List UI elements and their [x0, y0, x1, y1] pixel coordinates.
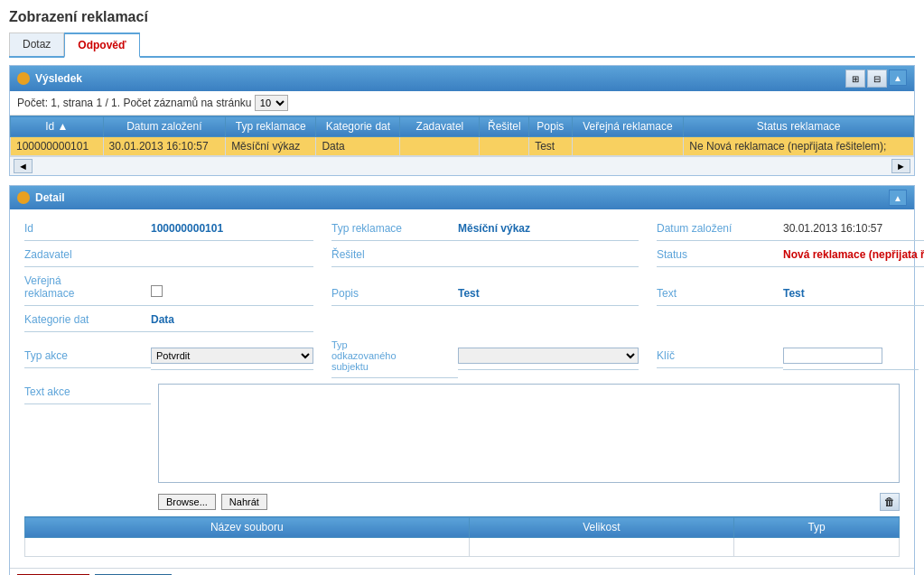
- file-upload-area: Browse... Nahrát 🗑: [24, 493, 900, 511]
- tabs: Dotaz Odpověď: [9, 32, 915, 58]
- verejna-reklamace-label: Veřejnáreklamace: [24, 273, 151, 306]
- klic-input-wrap: [783, 346, 919, 370]
- detail-row-2: Zadavatel Řešitel Status Nová reklamace …: [24, 246, 900, 267]
- col-kategorie[interactable]: Kategorie dat: [316, 116, 400, 137]
- page-size-select[interactable]: 10 20 50: [255, 95, 288, 111]
- verejna-checkbox: [151, 282, 313, 306]
- scroll-left-btn[interactable]: ◄: [14, 159, 33, 173]
- detail-panel: Detail ▲ Id 100000000101 Typ reklamace M…: [9, 185, 915, 575]
- text-akce-row: Text akce: [24, 384, 900, 486]
- table-scroll-area: Id ▲ Datum založení Typ reklamace Katego…: [10, 116, 914, 156]
- browse-button[interactable]: Browse...: [158, 494, 216, 510]
- text-value: Test: [783, 285, 924, 306]
- files-col-type: Typ: [734, 517, 900, 538]
- typ-odkazovaneho-label: Typodkazovanéhosubjektu: [331, 338, 458, 378]
- table-nav: ◄ ►: [10, 156, 914, 175]
- col-typ[interactable]: Typ reklamace: [226, 116, 316, 137]
- detail-row-4: Kategorie dat Data: [24, 311, 900, 332]
- action-bar: Uložit ▶ Storno ▶: [10, 568, 914, 575]
- table-header-row: Id ▲ Datum založení Typ reklamace Katego…: [11, 116, 914, 137]
- tab-dotaz[interactable]: Dotaz: [9, 32, 64, 56]
- export-btn-2[interactable]: ⊟: [867, 70, 887, 88]
- detail-panel-icon: [17, 191, 30, 204]
- cell-datum: 30.01.2013 16:10:57: [103, 137, 226, 156]
- result-collapse-btn[interactable]: ▲: [889, 70, 907, 86]
- result-info-text: Počet: 1, strana 1 / 1. Počet záznamů na…: [17, 97, 251, 109]
- detail-row-1: Id 100000000101 Typ reklamace Měsíční vý…: [24, 220, 900, 241]
- result-panel-title: Výsledek: [35, 72, 82, 85]
- delete-file-btn[interactable]: 🗑: [880, 493, 900, 511]
- export-btn-1[interactable]: ⊞: [845, 70, 865, 88]
- cell-id: 100000000101: [11, 137, 104, 156]
- detail-content: Id 100000000101 Typ reklamace Měsíční vý…: [10, 209, 914, 568]
- kategorie-dat-value: Data: [151, 311, 313, 332]
- status-label: Status: [657, 246, 783, 267]
- col-popis[interactable]: Popis: [529, 116, 572, 137]
- upload-button[interactable]: Nahrát: [221, 494, 267, 510]
- status-value: Nová reklamace (nepřijata řešitelem);: [783, 246, 924, 267]
- col-verejna[interactable]: Veřejná reklamace: [572, 116, 684, 137]
- cell-status: Ne Nová reklamace (nepřijata řešitelem);: [684, 137, 914, 156]
- result-panel: Výsledek ⊞ ⊟ ▲ Počet: 1, strana 1 / 1. P…: [9, 65, 915, 176]
- typ-akce-label: Typ akce: [24, 348, 151, 368]
- zadavatel-label: Zadavatel: [24, 246, 151, 267]
- detail-collapse-btn[interactable]: ▲: [889, 190, 907, 206]
- text-akce-label: Text akce: [24, 384, 151, 404]
- col-datum[interactable]: Datum založení: [103, 116, 226, 137]
- text-akce-textarea[interactable]: [158, 384, 900, 483]
- typ-odkazovaneho-select-wrap: [458, 346, 639, 370]
- kategorie-dat-label: Kategorie dat: [24, 311, 151, 332]
- detail-panel-header: Detail ▲: [10, 186, 914, 209]
- popis-label: Popis: [331, 285, 458, 306]
- klic-input[interactable]: [783, 348, 882, 364]
- popis-value: Test: [458, 285, 639, 306]
- typ-akce-select[interactable]: Potvrdit: [151, 348, 313, 364]
- tab-odpoved[interactable]: Odpověď: [64, 32, 139, 58]
- detail-row-3: Veřejnáreklamace Popis Test Text Test: [24, 273, 900, 306]
- col-id[interactable]: Id ▲: [11, 116, 104, 137]
- datum-zalozeni-label: Datum založení: [657, 220, 783, 241]
- page-container: Zobrazení reklamací Dotaz Odpověď Výsled…: [0, 0, 924, 575]
- cell-verejna: [572, 137, 684, 156]
- cell-typ: Měsíční výkaz: [226, 137, 316, 156]
- resitel-label: Řešitel: [331, 246, 458, 267]
- result-panel-icon: [17, 72, 30, 85]
- id-value: 100000000101: [151, 220, 313, 241]
- typ-akce-select-wrap: Potvrdit: [151, 346, 313, 370]
- cell-zadavatel: [400, 137, 480, 156]
- page-title: Zobrazení reklamací: [9, 9, 915, 25]
- datum-zalozeni-value: 30.01.2013 16:10:57: [783, 220, 924, 241]
- detail-panel-title: Detail: [35, 191, 65, 204]
- files-table: Název souboru Velikost Typ: [24, 516, 900, 557]
- cell-popis: Test: [529, 137, 572, 156]
- col-zadavatel[interactable]: Zadavatel: [400, 116, 480, 137]
- cell-resitel: [480, 137, 529, 156]
- typ-reklamace-label: Typ reklamace: [331, 220, 458, 241]
- result-panel-header: Výsledek ⊞ ⊟ ▲: [10, 66, 914, 91]
- col-status[interactable]: Status reklamace: [684, 116, 914, 137]
- table-row[interactable]: 100000000101 30.01.2013 16:10:57 Měsíční…: [11, 137, 914, 156]
- typ-reklamace-value: Měsíční výkaz: [458, 220, 639, 241]
- scroll-right-btn[interactable]: ►: [891, 159, 910, 173]
- id-label: Id: [24, 220, 151, 241]
- resitel-value: [458, 246, 639, 267]
- result-info-bar: Počet: 1, strana 1 / 1. Počet záznamů na…: [10, 91, 914, 116]
- klic-label: Klíč: [657, 348, 783, 368]
- result-table: Id ▲ Datum založení Typ reklamace Katego…: [10, 116, 914, 156]
- files-col-size: Velikost: [469, 517, 734, 538]
- files-empty-row: [25, 538, 900, 557]
- detail-row-5: Typ akce Potvrdit Typodkazovanéhosubjekt…: [24, 338, 900, 378]
- col-resitel[interactable]: Řešitel: [480, 116, 529, 137]
- files-col-name: Název souboru: [25, 517, 470, 538]
- verejna-checkbox-input[interactable]: [151, 285, 163, 297]
- cell-kategorie: Data: [316, 137, 400, 156]
- zadavatel-value: [151, 246, 313, 267]
- typ-odkazovaneho-select[interactable]: [458, 348, 639, 364]
- text-label: Text: [657, 285, 783, 306]
- files-header-row: Název souboru Velikost Typ: [25, 517, 900, 538]
